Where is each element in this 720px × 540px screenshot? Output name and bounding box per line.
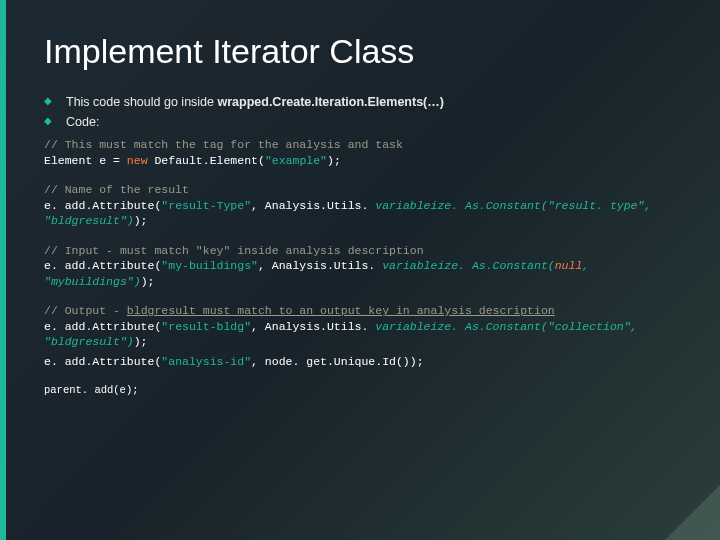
bullet-list: This code should go inside wrapped.Creat… [44, 95, 680, 129]
bullet-text: This code should go inside [66, 95, 217, 109]
code-text: , node. get.Unique.Id()); [251, 355, 424, 368]
code-text: e. add.Attribute( [44, 199, 161, 212]
code-string: "result-bldg" [161, 320, 251, 333]
code-text: , Analysis.Utils. [251, 320, 375, 333]
slide-title: Implement Iterator Class [44, 32, 680, 71]
code-block: // This must match the tag for the analy… [44, 137, 680, 397]
code-text: , Analysis.Utils. [251, 199, 375, 212]
code-keyword: new [127, 154, 148, 167]
slide-content: Implement Iterator Class This code shoul… [0, 0, 720, 417]
code-text: ); [141, 275, 155, 288]
code-text: ); [134, 335, 148, 348]
bullet-text: Code: [66, 115, 99, 129]
code-line: e. add.Attribute("analysis-id", node. ge… [44, 354, 680, 370]
code-text: , Analysis.Utils. [258, 259, 382, 272]
code-string: "example" [265, 154, 327, 167]
code-text: Element e = [44, 154, 127, 167]
code-text: e. add.Attribute( [44, 320, 161, 333]
code-comment: // Input - must match "key" inside analy… [44, 243, 680, 259]
code-string: "analysis-id" [161, 355, 251, 368]
code-comment: // Output - bldgresult must match to an … [44, 303, 680, 319]
code-text: ); [327, 154, 341, 167]
corner-accent [665, 485, 720, 540]
code-text: e. add.Attribute( [44, 355, 161, 368]
code-string: "result-Type" [161, 199, 251, 212]
code-text: ); [134, 214, 148, 227]
bullet-item: This code should go inside wrapped.Creat… [44, 95, 680, 109]
accent-bar [0, 0, 6, 540]
code-line: e. add.Attribute("result-bldg", Analysis… [44, 319, 680, 350]
code-comment: // This must match the tag for the analy… [44, 137, 680, 153]
code-text: Default.Element( [148, 154, 265, 167]
code-comment: // Name of the result [44, 182, 680, 198]
code-italic: variableize. As.Constant( [382, 259, 555, 272]
bullet-item: Code: [44, 115, 680, 129]
code-line: parent. add(e); [44, 383, 680, 397]
code-string: "my-buildings" [161, 259, 258, 272]
code-comment-underline: bldgresult must match to an output key i… [127, 304, 555, 317]
bullet-emph: wrapped.Create.Iteration.Elements(…) [217, 95, 443, 109]
code-text: e. add.Attribute( [44, 259, 161, 272]
code-keyword: null [555, 259, 583, 272]
code-comment-text: // Output - [44, 304, 127, 317]
code-line: Element e = new Default.Element("example… [44, 153, 680, 169]
code-line: e. add.Attribute("my-buildings", Analysi… [44, 258, 680, 289]
code-line: e. add.Attribute("result-Type", Analysis… [44, 198, 680, 229]
